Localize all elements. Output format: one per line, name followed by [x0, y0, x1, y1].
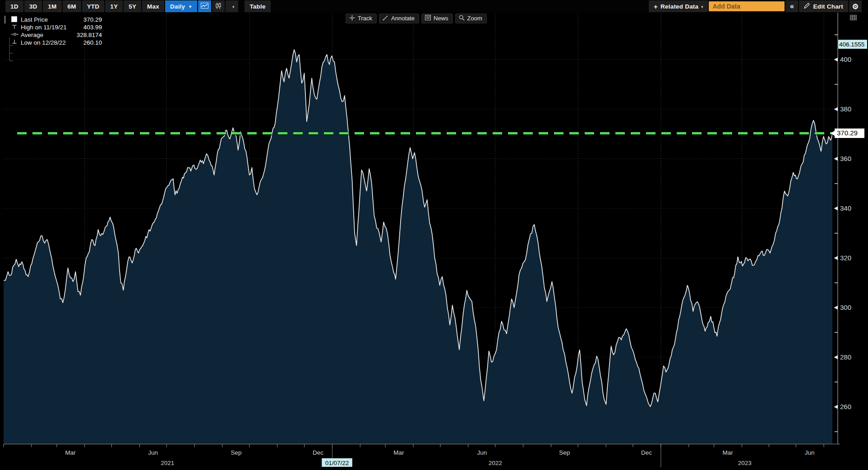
table-button-label: Table: [249, 3, 265, 10]
related-data-button[interactable]: + Related Data ▾: [649, 0, 708, 12]
line-chart-icon: [201, 3, 208, 10]
annotate-icon: [383, 15, 388, 22]
settings-button[interactable]: ⚙: [849, 0, 862, 12]
period-dropdown[interactable]: Daily ▼: [165, 0, 197, 12]
svg-text:Dec: Dec: [641, 449, 652, 456]
toolbar-left-pad: [0, 0, 5, 13]
table-button[interactable]: Table: [245, 0, 270, 12]
edit-chart-label: Edit Chart: [813, 3, 843, 10]
axis-highlight-label: 406.1555: [838, 40, 867, 49]
news-icon: [425, 15, 431, 22]
add-data-input[interactable]: [709, 1, 785, 11]
svg-text:400: 400: [840, 55, 851, 63]
top-toolbar: 1D3D1M6MYTD1Y5YMax Daily ▼ ▾ Table + Rel…: [0, 0, 868, 13]
range-max-button[interactable]: Max: [142, 0, 164, 12]
svg-text:Jun: Jun: [148, 449, 158, 456]
double-chevron-left-icon: «: [790, 2, 794, 10]
plus-icon: +: [654, 3, 658, 10]
average-marker-icon: [11, 32, 21, 38]
line-chart-type-button[interactable]: [198, 0, 211, 12]
legend-row-average[interactable]: Average328.8174: [4, 31, 105, 39]
range-1m-button[interactable]: 1M: [43, 0, 61, 12]
range-ytd-button[interactable]: YTD: [82, 0, 105, 12]
last-price-reference-line: [17, 133, 833, 134]
chart-tools-bar: TrackAnnotateNewsZoom: [346, 14, 487, 23]
collapse-panel-button[interactable]: «: [785, 0, 798, 12]
swatch-marker-icon: [11, 16, 21, 23]
legend-value: 328.8174: [77, 32, 102, 38]
svg-text:Jun: Jun: [477, 449, 487, 456]
range-1d-button[interactable]: 1D: [5, 0, 23, 12]
x-axis: MarJunSepDecMarJunSepDecMarJun202101/07/…: [4, 444, 824, 467]
zoom-icon: [459, 15, 465, 22]
svg-text:Sep: Sep: [231, 449, 241, 456]
range-1y-button[interactable]: 1Y: [105, 0, 123, 12]
price-chart[interactable]: 400380360340320300280260406.1555370.29Ma…: [0, 0, 868, 470]
svg-text:260: 260: [840, 403, 851, 410]
chart-type-dropdown[interactable]: ▾: [226, 0, 238, 12]
legend-row-last-price[interactable]: Last Price370.29: [4, 16, 105, 23]
legend-value: 403.99: [83, 24, 102, 31]
svg-text:370.29: 370.29: [837, 129, 858, 137]
svg-text:Jun: Jun: [805, 449, 815, 456]
svg-text:2023: 2023: [738, 460, 752, 466]
legend-row-high-on-11-19-21[interactable]: High on 11/19/21403.99: [4, 23, 105, 31]
range-5y-button[interactable]: 5Y: [124, 0, 141, 12]
svg-text:300: 300: [840, 304, 851, 311]
svg-text:01/07/22: 01/07/22: [325, 460, 349, 466]
svg-text:Dec: Dec: [313, 449, 323, 456]
svg-text:2022: 2022: [489, 460, 502, 466]
toolbar-gap: [239, 0, 245, 13]
svg-text:360: 360: [840, 155, 851, 162]
low-marker-icon: [11, 39, 21, 46]
y-axis: 400380360340320300280260: [834, 35, 852, 432]
chevron-down-icon: ▾: [232, 5, 234, 9]
zoom-tool-button[interactable]: Zoom: [455, 14, 487, 23]
high-marker-icon: [11, 24, 21, 31]
svg-text:380: 380: [840, 105, 851, 113]
candlestick-icon: [215, 3, 222, 10]
svg-text:406.1555: 406.1555: [839, 41, 864, 48]
range-button-group: 1D3D1M6MYTD1Y5YMax: [5, 0, 165, 13]
range-6m-button[interactable]: 6M: [63, 0, 81, 12]
toolbar-spacer: [272, 0, 649, 13]
track-tool-button[interactable]: Track: [346, 14, 377, 23]
legend-label: Average: [21, 32, 77, 38]
legend-row-low-on-12-28-22[interactable]: Low on 12/28/22260.10: [4, 39, 105, 46]
svg-text:340: 340: [840, 204, 851, 212]
legend-value: 370.29: [83, 16, 102, 23]
price-series: [4, 50, 832, 444]
legend-value: 260.10: [83, 39, 102, 46]
svg-text:Mar: Mar: [723, 449, 734, 456]
svg-text:320: 320: [840, 254, 851, 262]
pencil-icon: [804, 3, 810, 10]
svg-text:Mar: Mar: [65, 449, 76, 456]
legend-label: Last Price: [21, 16, 83, 23]
gear-icon: ⚙: [852, 2, 859, 11]
edit-chart-button[interactable]: Edit Chart: [799, 0, 848, 12]
svg-text:2021: 2021: [161, 460, 174, 466]
toolbar-right-pad: [863, 0, 868, 13]
range-3d-button[interactable]: 3D: [24, 0, 42, 12]
legend-expander-icon[interactable]: [4, 16, 11, 23]
chevron-down-icon: ▼: [188, 5, 192, 9]
legend-rows: Last Price370.29High on 11/19/21403.99Av…: [4, 16, 105, 46]
legend-label: Low on 12/28/22: [21, 39, 83, 46]
last-price-axis-box: 370.29: [831, 129, 864, 138]
svg-text:280: 280: [840, 353, 851, 361]
track-icon: [349, 15, 355, 22]
legend-label: High on 11/19/21: [21, 24, 83, 31]
detach-grid-icon[interactable]: [850, 14, 857, 22]
chart-application-window: 400380360340320300280260406.1555370.29Ma…: [0, 0, 868, 470]
candlestick-chart-type-button[interactable]: [212, 0, 225, 12]
svg-text:Mar: Mar: [393, 449, 404, 456]
period-dropdown-label: Daily: [170, 3, 185, 10]
related-data-label: Related Data: [660, 3, 698, 10]
annotate-tool-button[interactable]: Annotate: [379, 14, 419, 23]
chevron-down-icon: ▾: [701, 5, 703, 9]
chart-legend: Last Price370.29High on 11/19/21403.99Av…: [4, 15, 105, 48]
svg-text:Sep: Sep: [559, 449, 570, 456]
news-tool-button[interactable]: News: [421, 14, 453, 23]
